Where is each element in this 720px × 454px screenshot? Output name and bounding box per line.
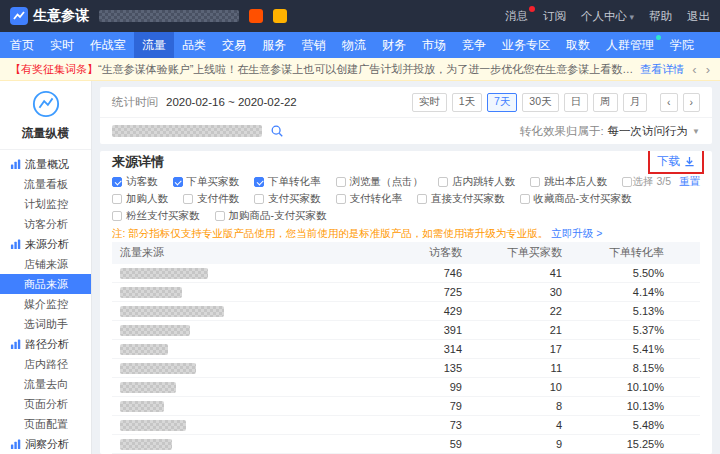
sidebar-item-label: 访客分析 xyxy=(24,217,68,232)
nav-item[interactable]: 物流 xyxy=(334,32,374,58)
app-logo[interactable]: 生意参谋 xyxy=(10,7,89,25)
sidebar-item[interactable]: 流量去向 xyxy=(0,374,91,394)
topbar-item[interactable]: 帮助 xyxy=(649,9,672,24)
nav-item[interactable]: 营销 xyxy=(294,32,334,58)
topbar-item[interactable]: 个人中心 ▾ xyxy=(581,9,634,24)
metric-checkbox[interactable]: 浏览量（点击） xyxy=(336,175,424,189)
sidebar-item[interactable]: 媒介监控 xyxy=(0,294,91,314)
nav-item[interactable]: 取数 xyxy=(558,32,598,58)
metric-checkbox[interactable]: 加购人数 xyxy=(112,192,168,206)
table-head-row: 流量来源访客数下单买家数下单转化率 xyxy=(112,242,700,264)
sidebar-item[interactable]: 商品来源 xyxy=(0,274,91,294)
redacted-source xyxy=(120,325,190,336)
sidebar-item[interactable]: 店内路径 xyxy=(0,354,91,374)
metric-cell: 314 xyxy=(380,340,470,359)
notice-detail-link[interactable]: 查看详情 xyxy=(640,62,684,77)
metric-checkbox[interactable]: 下单转化率 xyxy=(254,175,321,189)
sidebar-item[interactable]: 计划监控 xyxy=(0,194,91,214)
sidebar-item[interactable]: 路径分析 xyxy=(0,334,91,354)
search-icon[interactable] xyxy=(270,124,284,138)
sidebar-item[interactable]: 来源分析 xyxy=(0,234,91,254)
sidebar-item[interactable]: 访客分析 xyxy=(0,214,91,234)
nav-item[interactable]: 业务专区 xyxy=(494,32,558,58)
column-header[interactable]: 下单转化率 xyxy=(570,242,700,264)
sidebar-item[interactable]: 洞察分析 xyxy=(0,434,91,454)
download-button[interactable]: 下载 xyxy=(652,151,700,172)
metric-checkbox[interactable]: 加购商品-支付买家数 xyxy=(215,209,327,223)
metric-label: 直接支付买家数 xyxy=(431,192,505,206)
upgrade-link[interactable]: 立即升级 > xyxy=(551,227,602,239)
nav-item[interactable]: 学院 xyxy=(662,32,702,58)
nav-item[interactable]: 作战室 xyxy=(82,32,134,58)
conversion-dropdown[interactable]: 转化效果归属于: 每一次访问行为 ▼ xyxy=(520,124,700,139)
panel-title: 来源详情 xyxy=(112,153,164,171)
metric-cell: 73 xyxy=(380,416,470,435)
metric-cell: 17 xyxy=(470,340,570,359)
notice-prev-icon[interactable]: ‹ xyxy=(692,62,696,77)
sidebar-item[interactable]: 页面配置 xyxy=(0,414,91,434)
metric-checkbox[interactable]: 粉丝支付买家数 xyxy=(112,209,200,223)
metric-label: 浏览量（点击） xyxy=(350,175,424,189)
sidebar-item[interactable]: 流量看板 xyxy=(0,174,91,194)
sidebar-item-label: 流量去向 xyxy=(24,377,68,392)
range-prev-button[interactable]: ‹ xyxy=(660,93,678,112)
nav-item[interactable]: 市场 xyxy=(414,32,454,58)
topbar-item[interactable]: 订阅 xyxy=(543,9,566,24)
traffic-compass-icon xyxy=(32,90,60,118)
sidebar-item[interactable]: 页面分析 xyxy=(0,394,91,414)
metric-checkbox[interactable]: 支付件数 xyxy=(183,192,239,206)
topbar-item[interactable]: 退出 xyxy=(687,9,710,24)
sidebar-item[interactable]: 店铺来源 xyxy=(0,254,91,274)
topbar-item[interactable]: 消息 xyxy=(505,9,528,24)
stat-time-label: 统计时间 xyxy=(112,95,158,110)
notice-text: “生意参谋体验账户”上线啦！在生意参谋上也可以创建广告计划并投放，为了进一步优化… xyxy=(98,62,635,77)
nav-item[interactable]: 竞争 xyxy=(454,32,494,58)
range-button[interactable]: 30天 xyxy=(522,93,558,112)
metric-checkbox[interactable]: 下单买家数 xyxy=(173,175,240,189)
metric-label: 加购商品-支付买家数 xyxy=(229,209,327,223)
metric-cell: 5.13% xyxy=(570,302,700,321)
nav-item[interactable]: 首页 xyxy=(2,32,42,58)
nav-item[interactable]: 流量 xyxy=(134,32,174,58)
table-row: 7345.48% xyxy=(112,416,700,435)
range-next-button[interactable]: › xyxy=(683,93,701,112)
range-button[interactable]: 7天 xyxy=(487,93,517,112)
column-header[interactable]: 流量来源 xyxy=(112,242,380,264)
redacted-item-name xyxy=(112,125,262,137)
metric-checkbox[interactable]: 跳出本店人数 xyxy=(530,175,607,189)
notice-next-icon[interactable]: › xyxy=(706,62,710,77)
range-button[interactable]: 月 xyxy=(623,93,648,112)
checkbox-icon xyxy=(336,194,346,204)
metric-checkbox[interactable]: 直接支付买家数 xyxy=(417,192,505,206)
reset-button[interactable]: 重置 xyxy=(679,175,700,189)
range-button[interactable]: 实时 xyxy=(412,93,447,112)
source-cell xyxy=(112,302,380,321)
sidebar-item[interactable]: 选词助手 xyxy=(0,314,91,334)
metric-cell: 5.37% xyxy=(570,321,700,340)
checkbox-icon xyxy=(520,194,530,204)
column-header[interactable]: 下单买家数 xyxy=(470,242,570,264)
range-button[interactable]: 日 xyxy=(564,93,589,112)
metric-cell: 5.41% xyxy=(570,340,700,359)
sidebar-item-label: 商品来源 xyxy=(24,277,68,292)
nav-item[interactable]: 品类 xyxy=(174,32,214,58)
metric-checkbox[interactable]: 支付转化率 xyxy=(336,192,403,206)
nav-item[interactable]: 人群管理 xyxy=(598,32,662,58)
metric-checkbox[interactable]: 店内跳转人数 xyxy=(438,175,515,189)
metric-checkbox[interactable]: 支付买家数 xyxy=(254,192,321,206)
column-header[interactable]: 访客数 xyxy=(380,242,470,264)
checkbox-icon xyxy=(112,194,122,204)
metric-checkbox[interactable]: 访客数 xyxy=(112,175,158,189)
nav-item[interactable]: 交易 xyxy=(214,32,254,58)
nav-item[interactable]: 服务 xyxy=(254,32,294,58)
table-body: 746415.50%725304.14%429225.13%391215.37%… xyxy=(112,264,700,454)
metric-checkbox[interactable]: 收藏商品-支付买家数 xyxy=(520,192,632,206)
range-button[interactable]: 周 xyxy=(593,93,618,112)
range-button[interactable]: 1天 xyxy=(452,93,482,112)
metric-label: 店内跳转人数 xyxy=(452,175,515,189)
nav-item[interactable]: 实时 xyxy=(42,32,82,58)
date-range-value[interactable]: 2020-02-16 ~ 2020-02-22 xyxy=(166,96,297,108)
note-text: 注: 部分指标仅支持专业版产品使用，您当前使用的是标准版产品，如需使用请升级为专… xyxy=(112,227,548,239)
sidebar-item[interactable]: 流量概况 xyxy=(0,154,91,174)
nav-item[interactable]: 财务 xyxy=(374,32,414,58)
